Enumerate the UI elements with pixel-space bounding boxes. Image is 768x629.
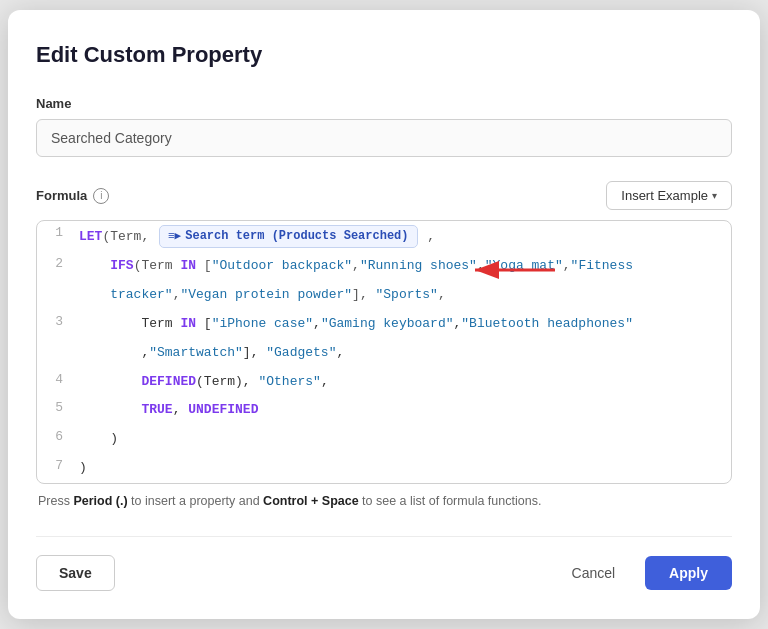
code-line-7: 7 )	[37, 454, 731, 483]
line-number-5: 5	[37, 398, 79, 415]
code-line-5: 5 TRUE, UNDEFINED	[37, 396, 731, 425]
line-number-3: 3	[37, 312, 79, 329]
name-input[interactable]	[36, 119, 732, 157]
code-line-1: 1 LET(Term, ≡▶Search term (Products Sear…	[37, 221, 731, 252]
cancel-button[interactable]: Cancel	[554, 556, 634, 590]
line-number-6: 6	[37, 427, 79, 444]
line-content-3b: ,"Smartwatch"], "Gadgets",	[79, 341, 731, 366]
code-line-6: 6 )	[37, 425, 731, 454]
footer-right-actions: Cancel Apply	[554, 556, 732, 590]
line-content-7: )	[79, 456, 731, 481]
chip-label: Search term (Products Searched)	[185, 227, 408, 246]
formula-label: Formula	[36, 188, 87, 203]
insert-example-label: Insert Example	[621, 188, 708, 203]
line-number-4: 4	[37, 370, 79, 387]
insert-example-button[interactable]: Insert Example ▾	[606, 181, 732, 210]
name-label: Name	[36, 96, 732, 111]
line-content-2: IFS(Term IN ["Outdoor backpack","Running…	[79, 254, 731, 279]
code-line-2: 2 IFS(Term IN ["Outdoor backpack","Runni…	[37, 252, 731, 281]
info-icon[interactable]: i	[93, 188, 109, 204]
modal-title: Edit Custom Property	[36, 42, 732, 68]
formula-hint: Press Period (.) to insert a property an…	[36, 494, 732, 508]
line-content-3: Term IN ["iPhone case","Gaming keyboard"…	[79, 312, 731, 337]
save-button[interactable]: Save	[36, 555, 115, 591]
code-line-2b: tracker","Vegan protein powder"], "Sport…	[37, 281, 731, 310]
code-line-3b: ,"Smartwatch"], "Gadgets",	[37, 339, 731, 368]
chip-icon: ≡▶	[168, 228, 181, 246]
apply-button[interactable]: Apply	[645, 556, 732, 590]
line-content-4: DEFINED(Term), "Others",	[79, 370, 731, 395]
line-content-2b: tracker","Vegan protein powder"], "Sport…	[79, 283, 731, 308]
line-content-5: TRUE, UNDEFINED	[79, 398, 731, 423]
edit-custom-property-modal: Edit Custom Property Name Formula i Inse…	[8, 10, 760, 619]
modal-footer: Save Cancel Apply	[36, 536, 732, 591]
formula-editor[interactable]: 1 LET(Term, ≡▶Search term (Products Sear…	[36, 220, 732, 484]
line-number-3b	[37, 341, 79, 343]
formula-header: Formula i Insert Example ▾	[36, 181, 732, 210]
line-number-1: 1	[37, 223, 79, 240]
chevron-down-icon: ▾	[712, 190, 717, 201]
line-number-2b	[37, 283, 79, 285]
formula-label-group: Formula i	[36, 188, 109, 204]
line-content-6: )	[79, 427, 731, 452]
code-line-4: 4 DEFINED(Term), "Others",	[37, 368, 731, 397]
line-number-2: 2	[37, 254, 79, 271]
line-number-7: 7	[37, 456, 79, 473]
search-term-chip: ≡▶Search term (Products Searched)	[159, 225, 417, 248]
line-content-1: LET(Term, ≡▶Search term (Products Search…	[79, 223, 731, 250]
code-line-3: 3 Term IN ["iPhone case","Gaming keyboar…	[37, 310, 731, 339]
